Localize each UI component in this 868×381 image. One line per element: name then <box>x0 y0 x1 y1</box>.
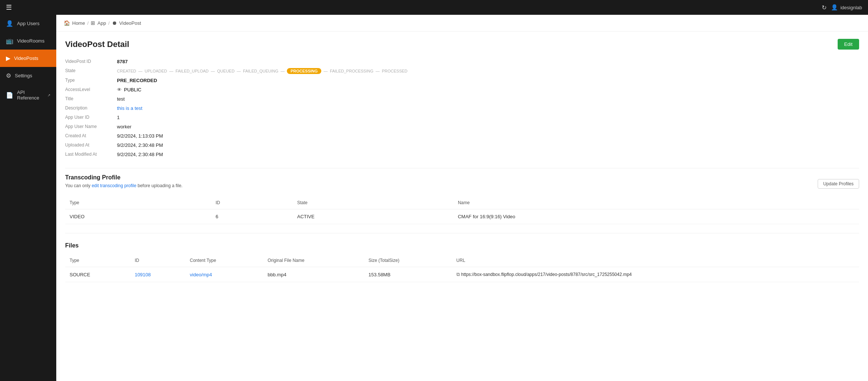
videopost-id-value: 8787 <box>117 59 128 64</box>
state-item-failed_queuing: FAILED_QUEUING <box>243 69 278 73</box>
transcoding-subtitle: You can only edit transcoding profile be… <box>65 183 182 188</box>
breadcrumb-app[interactable]: App <box>97 20 106 26</box>
state-item-failed_upload: FAILED_UPLOAD <box>175 69 208 73</box>
page-title: VideoPost Detail <box>65 40 129 49</box>
state-item-uploaded: UPLOADED <box>145 69 167 73</box>
main-layout: 👤 App Users 📺 VideoRooms ▶ VideoPosts ⚙ … <box>0 15 868 381</box>
topbar-left: ☰ <box>6 3 12 11</box>
uploaded-at-value: 9/2/2024, 2:30:48 PM <box>117 142 163 148</box>
videopost-icon-breadcrumb: ⏺ <box>112 20 117 26</box>
user-icon: 👤 <box>831 4 838 11</box>
col-header-name: Name <box>453 196 859 209</box>
field-state: State CREATED—UPLOADED—FAILED_UPLOAD—QUE… <box>65 66 859 76</box>
section-divider-2 <box>65 233 859 233</box>
field-access-level: AccessLevel 👁 PUBLIC <box>65 85 859 94</box>
sidebar: 👤 App Users 📺 VideoRooms ▶ VideoPosts ⚙ … <box>0 15 56 381</box>
col-header-id: ID <box>211 196 292 209</box>
files-col-type: Type <box>65 254 130 267</box>
title-label: Title <box>65 96 117 101</box>
state-item-created: CREATED <box>117 69 136 73</box>
sidebar-item-videorooms[interactable]: 📺 VideoRooms <box>0 32 56 50</box>
files-title: Files <box>65 242 859 249</box>
breadcrumb: 🏠 Home / ⊞ App / ⏺ VideoPost <box>56 15 868 31</box>
state-bar: CREATED—UPLOADED—FAILED_UPLOAD—QUEUED—FA… <box>117 68 408 74</box>
section-divider-1 <box>65 168 859 168</box>
edit-button[interactable]: Edit <box>838 39 859 50</box>
copy-icon[interactable]: ⧉ <box>456 272 460 277</box>
app-user-name-label: App User Name <box>65 124 117 129</box>
app-grid-icon: ⊞ <box>91 20 95 26</box>
access-level-label: AccessLevel <box>65 87 117 92</box>
update-profiles-button[interactable]: Update Profiles <box>818 179 859 189</box>
sidebar-item-videoposts[interactable]: ▶ VideoPosts <box>0 50 56 67</box>
state-arrow-5: — <box>324 69 328 73</box>
file-id: 109108 <box>130 267 185 282</box>
home-icon: 🏠 <box>64 20 70 26</box>
state-item-processing: PROCESSING <box>287 68 321 74</box>
state-item-failed_processing: FAILED_PROCESSING <box>330 69 373 73</box>
col-header-state: State <box>293 196 453 209</box>
transcoding-id: 6 <box>211 209 292 224</box>
files-table-head: Type ID Content Type Original File Name … <box>65 254 859 267</box>
files-table-body: SOURCE 109108 video/mp4 bbb.mp4 153.58MB… <box>65 267 859 282</box>
sidebar-label-videoposts: VideoPosts <box>14 55 38 61</box>
field-title: Title test <box>65 94 859 104</box>
state-arrow-1: — <box>169 69 173 73</box>
topbar: ☰ ↻ 👤 idesignlab <box>0 0 868 15</box>
created-at-value: 9/2/2024, 1:13:03 PM <box>117 133 163 139</box>
file-original-name: bbb.mp4 <box>263 267 364 282</box>
api-reference-icon: 📄 <box>6 92 13 99</box>
sidebar-item-settings[interactable]: ⚙ Settings <box>0 67 56 84</box>
sidebar-item-app-users[interactable]: 👤 App Users <box>0 15 56 32</box>
subtitle-link[interactable]: edit transcoding profile <box>92 183 137 188</box>
videorooms-icon: 📺 <box>6 37 13 44</box>
files-col-original-file-name: Original File Name <box>263 254 364 267</box>
field-app-user-name: App User Name worker <box>65 122 859 131</box>
sidebar-label-settings: Settings <box>15 73 32 78</box>
breadcrumb-sep-1: / <box>87 20 89 26</box>
transcoding-title-area: Transcoding Profile You can only edit tr… <box>65 174 182 193</box>
files-header-row: Type ID Content Type Original File Name … <box>65 254 859 267</box>
field-uploaded-at: Uploaded At 9/2/2024, 2:30:48 PM <box>65 141 859 150</box>
col-header-type: Type <box>65 196 211 209</box>
file-type: SOURCE <box>65 267 130 282</box>
transcoding-name: CMAF for 16:9(9:16) Video <box>453 209 859 224</box>
settings-icon: ⚙ <box>6 72 11 79</box>
field-videopost-id: VideoPost ID 8787 <box>65 57 859 66</box>
app-user-id-label: App User ID <box>65 115 117 120</box>
table-row: SOURCE 109108 video/mp4 bbb.mp4 153.58MB… <box>65 267 859 282</box>
sidebar-label-app-users: App Users <box>17 21 40 26</box>
access-level-value: 👁 PUBLIC <box>117 87 141 92</box>
type-value: PRE_RECORDED <box>117 78 157 83</box>
breadcrumb-home[interactable]: Home <box>72 20 85 26</box>
subtitle-suffix: before uploading a file. <box>138 183 182 188</box>
state-arrow-6: — <box>376 69 380 73</box>
description-value: this is a test <box>117 105 143 111</box>
state-arrow-4: — <box>281 69 285 73</box>
refresh-icon[interactable]: ↻ <box>822 4 827 11</box>
videopost-id-label: VideoPost ID <box>65 59 117 64</box>
menu-icon[interactable]: ☰ <box>6 3 12 11</box>
external-link-icon: ↗ <box>47 93 50 97</box>
state-arrow-0: — <box>138 69 143 73</box>
sidebar-label-videorooms: VideoRooms <box>17 38 44 44</box>
page-header: VideoPost Detail Edit <box>65 39 859 50</box>
files-col-id: ID <box>130 254 185 267</box>
file-url: ⧉https://box-sandbox.flipflop.cloud/apps… <box>452 267 859 282</box>
subtitle-prefix: You can only <box>65 183 92 188</box>
state-arrow-2: — <box>211 69 215 73</box>
last-modified-at-value: 9/2/2024, 2:30:48 PM <box>117 152 163 157</box>
state-label: State <box>65 68 117 73</box>
breadcrumb-sep-2: / <box>108 20 110 26</box>
field-description: Description this is a test <box>65 104 859 113</box>
files-table: Type ID Content Type Original File Name … <box>65 254 859 282</box>
eye-icon: 👁 <box>117 87 122 92</box>
file-size: 153.58MB <box>364 267 452 282</box>
files-section: Files Type ID Content Type Original File… <box>65 242 859 282</box>
transcoding-table-header-row: Type ID State Name <box>65 196 859 209</box>
sidebar-item-api-reference[interactable]: 📄 API Reference ↗ <box>0 84 56 106</box>
uploaded-at-label: Uploaded At <box>65 142 117 148</box>
username-label: idesignlab <box>840 5 862 10</box>
last-modified-at-label: Last Modified At <box>65 152 117 157</box>
transcoding-header: Transcoding Profile You can only edit tr… <box>65 174 859 193</box>
